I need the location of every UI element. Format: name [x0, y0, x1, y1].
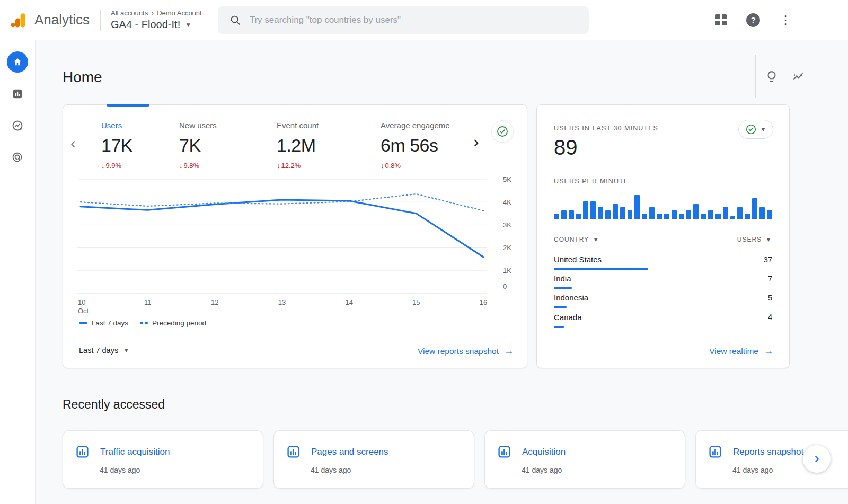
recent-card-label: Traffic acquisition — [100, 447, 170, 457]
data-status-badge[interactable] — [491, 120, 514, 143]
insights-sparkline-icon[interactable] — [790, 69, 806, 85]
search-input[interactable] — [250, 15, 584, 25]
arrow-down-icon: ↓ — [179, 162, 183, 170]
arrow-right-icon: → — [764, 346, 773, 357]
metric-delta: ↓ 12.2% — [277, 162, 381, 170]
sidebar-item-explore[interactable] — [7, 115, 28, 136]
advertising-target-icon — [11, 151, 24, 164]
minute-bar — [634, 195, 640, 219]
topbar-divider — [100, 10, 101, 31]
users-column-header[interactable]: USERS ▼ — [737, 236, 772, 243]
sidebar-item-home[interactable] — [7, 51, 28, 73]
breadcrumb-child[interactable]: Demo Account — [157, 9, 202, 17]
minute-bar — [554, 214, 559, 220]
chevron-right-icon: › — [151, 8, 154, 17]
svg-text:13: 13 — [278, 298, 286, 306]
breadcrumb-root[interactable]: All accounts — [111, 9, 148, 17]
country-row: Indonesia5 — [554, 288, 772, 307]
chevron-down-icon: ▼ — [765, 236, 772, 243]
country-row: India7 — [554, 269, 772, 288]
minute-bar — [657, 214, 662, 220]
metric-tab-users[interactable]: Users17K↓ 9.9% — [101, 121, 179, 170]
left-navigation — [0, 40, 36, 504]
minute-bar — [672, 210, 677, 219]
svg-text:2K: 2K — [503, 244, 511, 252]
minute-bar — [759, 207, 765, 219]
recent-card-time: 41 days ago — [522, 466, 685, 474]
top-app-bar: Analytics All accounts › Demo Account GA… — [0, 0, 848, 40]
realtime-users-count: 89 — [554, 136, 578, 160]
sidebar-item-reports[interactable] — [7, 83, 28, 104]
more-vertical-icon[interactable]: ⋮ — [778, 13, 793, 28]
metrics-next-icon[interactable]: › — [473, 133, 479, 150]
minute-bar — [701, 214, 706, 220]
lightbulb-icon[interactable] — [764, 69, 780, 85]
solid-line-swatch — [79, 322, 87, 324]
metric-tab-new-users[interactable]: New users7K↓ 9.8% — [179, 121, 277, 170]
metrics-row: Users17K↓ 9.9%New users7K↓ 9.8%Event cou… — [101, 121, 472, 170]
bar-chart-icon — [12, 88, 23, 100]
minute-bar — [620, 207, 625, 219]
recently-accessed-row: Traffic acquisition41 days agoPages and … — [63, 430, 848, 489]
recently-accessed-title: Recently accessed — [63, 397, 165, 412]
main-content: Home ‹ Users17K↓ 9.9%New users7K↓ 9.8%Ev… — [36, 40, 848, 504]
svg-text:4K: 4K — [503, 198, 511, 206]
minute-bar — [730, 216, 736, 219]
recent-card-time: 41 days ago — [311, 466, 474, 474]
recent-card-traffic-acquisition[interactable]: Traffic acquisition41 days ago — [63, 430, 263, 489]
minute-bar — [642, 214, 647, 220]
view-realtime-link[interactable]: View realtime → — [709, 346, 773, 357]
realtime-status-dropdown[interactable]: ▼ — [738, 120, 773, 139]
minute-bar — [716, 214, 721, 220]
country-column-header[interactable]: COUNTRY ▼ — [554, 236, 599, 243]
arrow-down-icon: ↓ — [381, 162, 384, 170]
metric-delta: ↓ 9.9% — [101, 162, 179, 170]
metrics-prev-icon[interactable]: ‹ — [70, 135, 76, 151]
minute-bar — [737, 207, 743, 219]
apps-grid-icon[interactable] — [713, 13, 728, 28]
svg-text:16: 16 — [480, 298, 487, 306]
date-range-selector[interactable]: Last 7 days ▼ — [79, 346, 129, 355]
explore-trend-icon — [11, 119, 24, 132]
chevron-down-icon: ▼ — [123, 347, 129, 354]
green-check-icon — [745, 123, 757, 135]
search-bar[interactable] — [218, 6, 589, 34]
dotted-line-swatch — [140, 322, 148, 324]
minute-bar — [679, 214, 684, 220]
minute-bar — [745, 214, 750, 220]
users-per-minute-title: USERS PER MINUTE — [554, 178, 629, 185]
svg-text:14: 14 — [345, 298, 352, 306]
arrow-down-icon: ↓ — [277, 162, 280, 170]
recent-card-label: Reports snapshot — [733, 447, 803, 457]
recent-card-pages-and-screens[interactable]: Pages and screens41 days ago — [273, 430, 474, 489]
metric-delta: ↓ 0.8% — [381, 162, 472, 170]
minute-bar — [561, 210, 567, 219]
minute-bar — [613, 204, 618, 219]
minute-bar — [767, 210, 772, 219]
scroll-right-button[interactable]: › — [803, 445, 831, 473]
property-selector[interactable]: GA4 - Flood-It! ▼ — [111, 19, 202, 31]
analytics-logo[interactable]: Analytics — [0, 11, 90, 29]
green-check-icon — [496, 125, 509, 138]
legend-preceding-period: Preceding period — [140, 319, 206, 327]
minute-bar — [693, 204, 699, 219]
country-row: United States37 — [554, 250, 772, 269]
svg-text:5K: 5K — [503, 175, 511, 183]
report-bar-chart-icon — [75, 445, 90, 459]
recent-card-label: Pages and screens — [311, 447, 388, 457]
view-reports-snapshot-link[interactable]: View reports snapshot → — [418, 346, 514, 357]
home-icon — [12, 57, 23, 67]
minute-bar — [590, 201, 596, 220]
metric-tab-event-count[interactable]: Event count1.2M↓ 12.2% — [277, 121, 381, 170]
account-breadcrumb: All accounts › Demo Account GA4 - Flood-… — [111, 9, 202, 31]
arrow-down-icon: ↓ — [101, 162, 105, 170]
users-trend-chart: 01K2K3K4K5K10Oct111213141516 — [73, 175, 520, 315]
recent-card-acquisition[interactable]: Acquisition41 days ago — [484, 430, 685, 489]
product-name: Analytics — [34, 12, 90, 28]
metric-tab-average-engageme[interactable]: Average engageme6m 56s↓ 0.8% — [381, 121, 472, 170]
help-icon[interactable]: ? — [746, 13, 761, 28]
minute-bar — [598, 207, 603, 219]
sidebar-item-advertising[interactable] — [7, 147, 28, 168]
minute-bar — [752, 198, 757, 219]
svg-text:15: 15 — [412, 298, 420, 306]
